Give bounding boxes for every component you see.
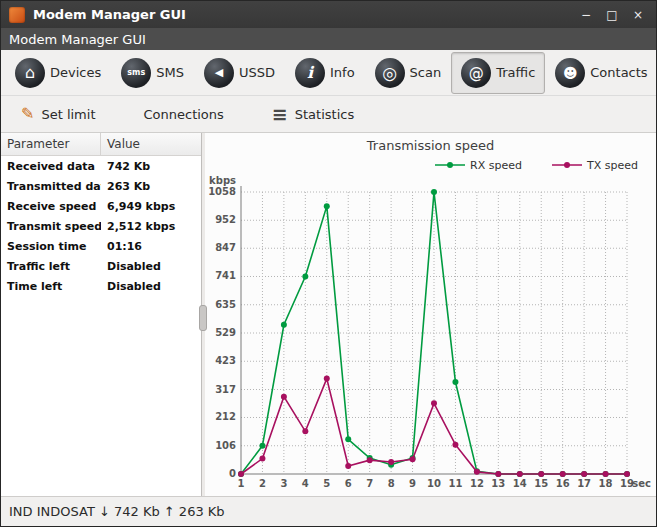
- stats-panel: Parameter Value Received data742 KbTrans…: [1, 133, 202, 496]
- chart-panel: Transmission speed RX speedTX speed 0106…: [205, 133, 656, 496]
- stat-value: 2,512 kbps: [101, 216, 201, 236]
- toolbar-button-info[interactable]: iInfo: [285, 52, 365, 94]
- toolbar-button-label: Devices: [50, 65, 101, 80]
- toolbar-button-ussd[interactable]: ◀USSD: [194, 52, 285, 94]
- menu-icon: ≡: [272, 105, 288, 124]
- legend-label: TX speed: [587, 159, 638, 172]
- svg-text:17: 17: [577, 478, 591, 489]
- main-area: Parameter Value Received data742 KbTrans…: [1, 133, 656, 496]
- toolbar-button-scan[interactable]: ◎Scan: [365, 52, 452, 94]
- status-text: IND INDOSAT ↓ 742 Kb ↑ 263 Kb: [9, 504, 225, 519]
- svg-text:5: 5: [323, 478, 330, 489]
- headerbar: Modem Manager GUI: [1, 28, 656, 50]
- svg-text:9: 9: [409, 478, 416, 489]
- svg-text:106: 106: [215, 440, 236, 451]
- stat-parameter: Time left: [1, 276, 101, 296]
- svg-text:16: 16: [556, 478, 570, 489]
- svg-text:529: 529: [215, 327, 236, 338]
- svg-text:423: 423: [215, 355, 236, 366]
- table-row[interactable]: Receive speed6,949 kbps: [1, 196, 201, 216]
- stats-header: Parameter Value: [1, 133, 201, 156]
- toolbar-button-label: Info: [330, 65, 355, 80]
- stats-table-body: Received data742 KbTransmitted data263 K…: [1, 156, 201, 296]
- close-button[interactable]: ×: [626, 4, 650, 25]
- stat-parameter: Traffic left: [1, 256, 101, 276]
- svg-text:741: 741: [215, 270, 236, 281]
- table-row[interactable]: Transmit speed2,512 kbps: [1, 216, 201, 236]
- legend-item-rx: RX speed: [435, 159, 522, 172]
- toolbar-button-label: Scan: [410, 65, 442, 80]
- stat-value: Disabled: [101, 276, 201, 296]
- contacts-icon: ☻: [555, 58, 585, 88]
- info-icon: i: [295, 58, 325, 88]
- table-row[interactable]: Session time01:16: [1, 236, 201, 256]
- stat-value: 6,949 kbps: [101, 196, 201, 216]
- table-row[interactable]: Received data742 Kb: [1, 156, 201, 176]
- pencil-icon: ✎: [21, 106, 34, 122]
- subtoolbar-button-set-limit[interactable]: ✎Set limit: [15, 102, 101, 126]
- minimize-button[interactable]: −: [574, 4, 598, 25]
- subtoolbar-button-label: Statistics: [295, 107, 354, 122]
- svg-text:847: 847: [215, 242, 236, 253]
- chart-legend: RX speedTX speed: [205, 156, 656, 174]
- toolbar-button-label: USSD: [239, 65, 275, 80]
- sms-icon: sms: [121, 58, 151, 88]
- svg-text:212: 212: [215, 411, 236, 422]
- pane-splitter[interactable]: [202, 133, 205, 496]
- svg-text:2: 2: [259, 478, 266, 489]
- svg-text:635: 635: [215, 299, 236, 310]
- stat-parameter: Transmit speed: [1, 216, 101, 236]
- svg-text:0: 0: [229, 468, 236, 479]
- legend-label: RX speed: [470, 159, 522, 172]
- window-controls: − □ ×: [574, 4, 650, 25]
- legend-item-tx: TX speed: [552, 159, 638, 172]
- svg-text:13: 13: [491, 478, 505, 489]
- svg-text:1058: 1058: [208, 186, 236, 197]
- svg-text:10: 10: [427, 478, 441, 489]
- svg-text:4: 4: [302, 478, 309, 489]
- svg-text:1: 1: [238, 478, 245, 489]
- subtoolbar-button-statistics[interactable]: ≡Statistics: [266, 101, 360, 128]
- traffic-chart: 0106212317423529635741847952105812345678…: [205, 174, 657, 496]
- svg-text:11: 11: [448, 478, 462, 489]
- svg-text:952: 952: [215, 214, 236, 225]
- chart-title: Transmission speed: [205, 138, 656, 156]
- svg-text:12: 12: [470, 478, 484, 489]
- subtoolbar-button-connections[interactable]: Connections: [137, 103, 229, 126]
- svg-text:3: 3: [280, 478, 287, 489]
- toolbar-button-devices[interactable]: ⌂Devices: [5, 52, 111, 94]
- subtoolbar-button-label: Connections: [143, 107, 223, 122]
- svg-text:8: 8: [388, 478, 395, 489]
- scan-icon: ◎: [375, 58, 405, 88]
- titlebar[interactable]: Modem Manager GUI − □ ×: [1, 1, 656, 28]
- devices-icon: ⌂: [15, 58, 45, 88]
- toolbar-button-sms[interactable]: smsSMS: [111, 52, 194, 94]
- svg-text:7: 7: [366, 478, 373, 489]
- svg-text:15: 15: [534, 478, 548, 489]
- column-header-parameter: Parameter: [1, 133, 101, 155]
- toolbar-button-label: Contacts: [590, 65, 647, 80]
- statusbar: IND INDOSAT ↓ 742 Kb ↑ 263 Kb: [1, 496, 656, 526]
- main-toolbar: ⌂DevicessmsSMS◀USSDiInfo◎Scan@Traffic☻Co…: [1, 50, 656, 96]
- stat-parameter: Transmitted data: [1, 176, 101, 196]
- svg-text:14: 14: [513, 478, 527, 489]
- toolbar-button-traffic[interactable]: @Traffic: [451, 52, 545, 94]
- legend-marker: [552, 160, 582, 170]
- table-row[interactable]: Time leftDisabled: [1, 276, 201, 296]
- table-row[interactable]: Transmitted data263 Kb: [1, 176, 201, 196]
- svg-text:6: 6: [345, 478, 352, 489]
- toolbar-button-contacts[interactable]: ☻Contacts: [545, 52, 657, 94]
- svg-text:317: 317: [215, 384, 236, 395]
- stat-value: Disabled: [101, 256, 201, 276]
- svg-text:kbps: kbps: [209, 175, 236, 186]
- table-row[interactable]: Traffic leftDisabled: [1, 256, 201, 276]
- sub-toolbar: ✎Set limitConnections≡Statistics: [1, 96, 656, 133]
- app-icon: [9, 7, 25, 23]
- app-window: Modem Manager GUI − □ × Modem Manager GU…: [0, 0, 657, 527]
- stat-value: 742 Kb: [101, 156, 201, 176]
- headerbar-title: Modem Manager GUI: [9, 32, 146, 47]
- traffic-icon: @: [461, 58, 491, 88]
- maximize-button[interactable]: □: [600, 4, 624, 25]
- ussd-icon: ◀: [204, 58, 234, 88]
- splitter-handle[interactable]: [199, 305, 207, 331]
